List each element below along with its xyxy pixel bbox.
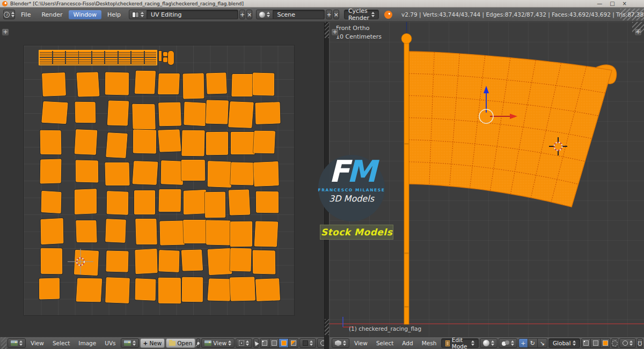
uv-island[interactable]: [253, 130, 275, 153]
vp-proportional-edit-dropdown[interactable]: [619, 338, 636, 348]
uv-island[interactable]: [206, 132, 228, 155]
uv-island[interactable]: [41, 101, 68, 123]
uv-island[interactable]: [256, 191, 279, 212]
uv-sync-select-toggle[interactable]: [253, 338, 259, 348]
vp-menu-add[interactable]: Add: [398, 339, 416, 347]
mesh-select-vertex-button[interactable]: [581, 338, 591, 348]
open-image-button[interactable]: Open: [166, 338, 195, 348]
pivot-center-dropdown[interactable]: [499, 338, 517, 348]
uv-island[interactable]: [230, 277, 255, 301]
uv-island[interactable]: [76, 160, 99, 183]
uv-island[interactable]: [181, 160, 205, 181]
close-button[interactable]: ×: [623, 1, 627, 6]
uv-island[interactable]: [41, 218, 64, 244]
region-grip[interactable]: [1, 337, 6, 349]
open-toolshelf-button[interactable]: +: [331, 28, 339, 36]
uv-island[interactable]: [158, 73, 180, 94]
open-toolbar-button[interactable]: +: [2, 28, 9, 36]
uv-island[interactable]: [255, 278, 280, 301]
occlude-geometry-button[interactable]: [611, 338, 618, 348]
uv-island-small[interactable]: [163, 52, 167, 56]
uv-island[interactable]: [208, 279, 232, 301]
uv-island[interactable]: [105, 162, 129, 185]
maximize-button[interactable]: □: [610, 1, 614, 6]
uv-island[interactable]: [76, 72, 99, 96]
uv-island[interactable]: [135, 71, 156, 94]
uv-island[interactable]: [253, 161, 279, 187]
uv-select-face-button[interactable]: [279, 338, 289, 348]
uv-island[interactable]: [76, 220, 97, 243]
uv-island[interactable]: [231, 73, 253, 96]
uv-2d-cursor[interactable]: [68, 249, 93, 274]
proportional-edit-dropdown[interactable]: [317, 338, 324, 348]
menu-file[interactable]: File: [16, 10, 35, 19]
uv-island[interactable]: [181, 250, 203, 271]
uv-menu-image[interactable]: Image: [75, 339, 100, 347]
uv-island[interactable]: [255, 102, 280, 125]
uv-menu-select[interactable]: Select: [49, 339, 74, 347]
pole-top-sphere[interactable]: [401, 34, 412, 44]
pivot-point-dropdown[interactable]: [236, 338, 252, 348]
uv-island[interactable]: [184, 190, 206, 214]
screen-layout-icon-dropdown[interactable]: [129, 10, 147, 19]
vp-snap-toggle-button[interactable]: Ω: [637, 338, 642, 348]
uv-island[interactable]: [206, 220, 231, 245]
open-properties-button[interactable]: +: [634, 28, 642, 36]
uv-editor-canvas[interactable]: +: [0, 22, 324, 337]
uv-island[interactable]: [254, 221, 278, 247]
editor-type-dropdown[interactable]: i: [3, 10, 15, 19]
pin-button[interactable]: [196, 338, 200, 348]
display-mode-dropdown[interactable]: View: [201, 338, 235, 348]
manipulator-rotate-button[interactable]: ↻: [528, 338, 538, 348]
mode-dropdown[interactable]: Edit Mode: [441, 338, 479, 348]
uv-island[interactable]: [161, 160, 183, 185]
uv-island[interactable]: [205, 191, 226, 217]
minimize-button[interactable]: —: [597, 1, 602, 6]
uv-island[interactable]: [133, 129, 156, 153]
uv-island[interactable]: [230, 248, 251, 272]
uv-select-edge-button[interactable]: [269, 338, 279, 348]
uv-island-small[interactable]: [163, 57, 167, 62]
uv-island[interactable]: [134, 190, 155, 214]
image-browse-dropdown[interactable]: [121, 338, 139, 348]
uv-select-vertex-button[interactable]: [260, 338, 269, 348]
uv-island[interactable]: [39, 278, 60, 300]
mesh-select-face-button[interactable]: [601, 338, 610, 348]
remove-layout-button[interactable]: ×: [246, 10, 252, 19]
menu-render[interactable]: Render: [36, 10, 67, 19]
uv-island[interactable]: [107, 101, 129, 126]
uv-island[interactable]: [76, 278, 103, 302]
uv-island-cap[interactable]: [168, 51, 174, 65]
uv-menu-view[interactable]: View: [27, 339, 48, 347]
uv-island[interactable]: [158, 189, 181, 212]
render-engine-dropdown[interactable]: Cycles Render: [344, 10, 379, 19]
add-scene-button[interactable]: +: [326, 10, 332, 19]
flag-mesh[interactable]: [409, 51, 612, 207]
uv-island[interactable]: [74, 189, 96, 214]
uv-island[interactable]: [230, 162, 254, 185]
mesh-select-edge-button[interactable]: [591, 338, 601, 348]
sticky-select-dropdown[interactable]: [299, 338, 316, 348]
uv-island[interactable]: [253, 250, 275, 274]
new-image-button[interactable]: + New: [140, 338, 165, 348]
uv-island[interactable]: [42, 72, 65, 96]
menu-help[interactable]: Help: [103, 10, 126, 19]
uv-island[interactable]: [75, 130, 98, 155]
uv-island[interactable]: [228, 101, 254, 128]
vp-menu-mesh[interactable]: Mesh: [418, 339, 441, 347]
uv-island-small[interactable]: [159, 51, 162, 61]
uv-island[interactable]: [158, 102, 181, 126]
uv-island[interactable]: [105, 277, 129, 303]
uv-island[interactable]: [230, 221, 252, 247]
add-layout-button[interactable]: +: [239, 10, 245, 19]
vp-menu-view[interactable]: View: [350, 339, 371, 347]
uv-island[interactable]: [106, 250, 128, 272]
uv-island[interactable]: [159, 250, 180, 272]
uv-menu-uvs[interactable]: UVs: [101, 339, 119, 347]
uv-island[interactable]: [158, 277, 180, 303]
transform-orientation-dropdown[interactable]: Global: [548, 338, 581, 348]
manipulator-scale-button[interactable]: ↘: [538, 338, 547, 348]
uv-island[interactable]: [106, 191, 128, 214]
screen-layout-field[interactable]: UV Editing: [147, 10, 238, 19]
uv-island[interactable]: [132, 161, 158, 185]
